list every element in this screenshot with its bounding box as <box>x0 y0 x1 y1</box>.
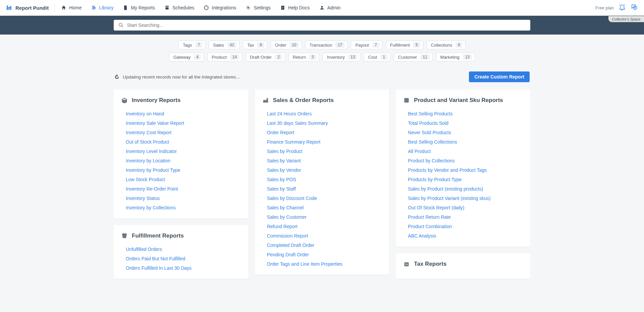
filter-chip-sales[interactable]: Sales42 <box>209 41 239 49</box>
report-link[interactable]: Sales by Product <box>267 147 382 156</box>
filter-chip-count: 11 <box>420 54 429 60</box>
brand[interactable]: Report Pundit <box>6 5 55 11</box>
filter-chip-count: 5 <box>413 42 420 48</box>
report-link[interactable]: Sales by Variant <box>267 156 382 165</box>
report-link[interactable]: Refund Report <box>267 222 382 231</box>
search-bar[interactable] <box>114 20 530 31</box>
filter-chip-order[interactable]: Order10 <box>271 41 302 49</box>
report-link[interactable]: Out Of Stock Report (daily) <box>408 203 523 212</box>
create-custom-report-button[interactable]: Create Custom Report <box>469 71 530 82</box>
nav-help-docs-label: Help Docs <box>288 5 310 10</box>
filter-chip-fulfillment[interactable]: Fulfillment5 <box>386 41 423 49</box>
filter-chip-transaction[interactable]: Transaction17 <box>305 41 348 49</box>
report-link[interactable]: Completed Draft Order <box>267 241 382 250</box>
report-link[interactable]: Low Stock Product <box>126 175 241 184</box>
report-link[interactable]: Sales by Staff <box>267 184 382 194</box>
report-link[interactable]: Order Report <box>267 128 382 137</box>
report-link[interactable]: All Product <box>408 147 523 156</box>
report-link[interactable]: Sales by Discount Code <box>267 194 382 203</box>
filter-chip-product[interactable]: Product14 <box>207 53 242 61</box>
svg-text:?: ? <box>282 6 284 9</box>
report-link[interactable]: Out of Stock Product <box>126 137 241 147</box>
filter-chip-draft-order[interactable]: Draft Order2 <box>246 53 285 61</box>
report-link[interactable]: Sales by Product (existing products) <box>408 184 523 194</box>
filter-chip-tags[interactable]: Tags7 <box>178 41 205 49</box>
filter-chip-count: 10 <box>289 42 299 48</box>
nav-integrations[interactable]: Integrations <box>204 5 236 10</box>
report-link[interactable]: Inventory Sale Value Report <box>126 118 241 128</box>
filter-chip-label: Draft Order <box>250 55 272 60</box>
sync-status-text: Updating recent records now for all the … <box>123 74 239 80</box>
report-link[interactable]: Product Return Rate <box>408 212 523 222</box>
report-link[interactable]: Last 24 Hours Orders <box>267 109 382 118</box>
report-link[interactable]: Last 30 days Sales Summary <box>267 118 382 128</box>
report-link[interactable]: Products by Product Type <box>408 175 523 184</box>
chat-button[interactable]: ? <box>631 3 638 12</box>
report-link[interactable]: Product Combination <box>408 222 523 231</box>
svg-text:?: ? <box>634 5 635 7</box>
report-link[interactable]: Order Tags and Line Item Properties <box>267 259 382 269</box>
report-link[interactable]: Commission Report <box>267 231 382 241</box>
report-link[interactable]: Unfulfilled Orders <box>126 245 241 254</box>
filter-chip-return[interactable]: Return3 <box>288 53 319 61</box>
nav-settings[interactable]: Settings <box>246 5 271 10</box>
filter-chip-customer[interactable]: Customer11 <box>394 53 433 61</box>
report-link[interactable]: Inventory by Collections <box>126 203 241 212</box>
nav-help-docs[interactable]: ? Help Docs <box>280 5 310 10</box>
calendar-icon <box>164 5 170 10</box>
report-link[interactable]: Inventory by Location <box>126 156 241 165</box>
filter-chip-label: Product <box>212 55 227 60</box>
report-link[interactable]: ABC Analysis <box>408 231 523 241</box>
filter-chip-count: 7 <box>196 42 203 48</box>
filter-chip-gateway[interactable]: Gateway4 <box>169 53 204 61</box>
report-link[interactable]: Inventory Status <box>126 194 241 203</box>
filter-chip-label: Marketing <box>440 55 460 60</box>
nav-admin[interactable]: Admin <box>319 5 341 10</box>
filter-chip-count: 3 <box>309 54 316 60</box>
report-link[interactable]: Inventory Level Indicator <box>126 147 241 156</box>
store-badge: Collector's Space <box>608 16 644 22</box>
filter-chip-label: Collections <box>431 43 452 48</box>
report-link[interactable]: Product by Collections <box>408 156 523 165</box>
nav-library[interactable]: Library <box>91 5 114 10</box>
inventory-reports-card: Inventory Reports Inventory on HandInven… <box>114 90 248 218</box>
filter-chip-marketing[interactable]: Marketing13 <box>436 53 475 61</box>
sync-status: Updating recent records now for all the … <box>114 74 239 80</box>
report-link[interactable]: Inventory by Product Type <box>126 165 241 175</box>
plan-label: Free plan <box>595 5 614 10</box>
report-link[interactable]: Inventory Cost Report <box>126 128 241 137</box>
report-link[interactable]: Sales by POS <box>267 175 382 184</box>
report-link[interactable]: Sales by Customer <box>267 212 382 222</box>
filter-chip-tax[interactable]: Tax6 <box>243 41 267 49</box>
search-input[interactable] <box>127 22 526 28</box>
report-link[interactable]: Products by Vendor and Product Tags <box>408 165 523 175</box>
filter-chip-cost[interactable]: Cost1 <box>364 53 390 61</box>
report-link[interactable]: Sales by Channel <box>267 203 382 212</box>
nav-my-reports[interactable]: My Reports <box>123 5 155 10</box>
notifications-button[interactable] <box>619 3 626 12</box>
filter-chip-label: Inventory <box>327 55 345 60</box>
report-link[interactable]: Finance Summary Report <box>267 137 382 147</box>
nav-home[interactable]: Home <box>61 5 82 10</box>
report-link[interactable]: Pending Draft Order <box>267 250 382 259</box>
nav-admin-label: Admin <box>327 5 341 10</box>
report-link[interactable]: Total Products Sold <box>408 118 523 128</box>
report-link[interactable]: Best Selling Collections <box>408 137 523 147</box>
svg-line-9 <box>122 26 123 27</box>
filter-chip-count: 7 <box>372 42 379 48</box>
report-link[interactable]: Sales by Product Variant (existing skus) <box>408 194 523 203</box>
filter-chip-inventory[interactable]: Inventory13 <box>323 53 361 61</box>
report-link[interactable]: Never Sold Products <box>408 128 523 137</box>
report-link[interactable]: Sales by Vendor <box>267 165 382 175</box>
nav-schedules[interactable]: Schedules <box>164 5 194 10</box>
filter-chip-collections[interactable]: Collections6 <box>427 41 466 49</box>
report-link[interactable]: Inventory on Hand <box>126 109 241 118</box>
report-link[interactable]: Orders Paid But Not Fulfilled <box>126 254 241 263</box>
filter-chip-label: Gateway <box>173 55 191 60</box>
report-link[interactable]: Inventory Re-Order Point <box>126 184 241 194</box>
nav-settings-label: Settings <box>254 5 271 10</box>
report-link[interactable]: Orders Fulfilled In Last 30 Days <box>126 263 241 273</box>
report-link[interactable]: Best Selling Products <box>408 109 523 118</box>
filter-chip-payout[interactable]: Payout7 <box>351 41 382 49</box>
filter-chip-label: Transaction <box>310 43 332 48</box>
